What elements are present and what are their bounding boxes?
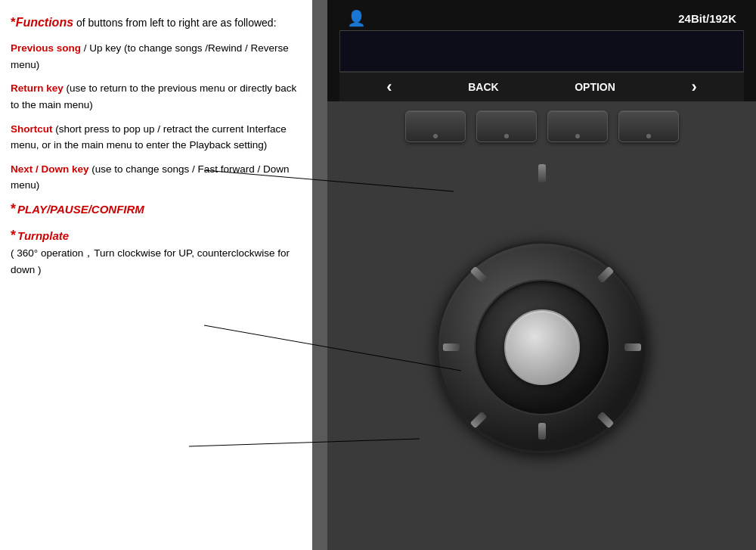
nav-back[interactable]: BACK (468, 81, 498, 93)
label-next-down: Next / Down key (11, 163, 89, 175)
notch-left (443, 343, 460, 351)
bit-rate: 24Bit/192K (678, 12, 736, 25)
screen-nav-bar: ‹ BACK OPTION › (339, 72, 744, 101)
functions-intro: *Functions of buttons from left to right… (11, 12, 302, 33)
label-previous-song: Previous song (11, 42, 81, 54)
main-wrapper: *Functions of buttons from left to right… (0, 0, 756, 550)
rotary-center-button[interactable] (504, 309, 580, 385)
nav-right-arrow[interactable]: › (691, 77, 696, 97)
turnplate-header: *Turnplate (11, 228, 302, 244)
play-pause-label: PLAY/PAUSE/CONFIRM (17, 203, 144, 216)
rotary-section (327, 151, 756, 550)
nav-left-arrow[interactable]: ‹ (386, 77, 392, 97)
asterisk-play: * (11, 201, 16, 217)
notch-bottom (538, 423, 546, 440)
desc-return-key: Return key (use to return to the previou… (11, 80, 302, 113)
label-shortcut: Shortcut (11, 123, 53, 135)
label-return-key: Return key (11, 82, 64, 94)
desc-previous-song: Previous song / Up key (to change songs … (11, 40, 302, 73)
asterisk-functions: * (11, 15, 16, 30)
notch-bottom-right (596, 411, 614, 428)
nav-option[interactable]: OPTION (575, 81, 615, 93)
rotary-inner-ring (474, 279, 610, 415)
asterisk-turnplate: * (11, 228, 16, 244)
notch-top (538, 164, 546, 182)
desc-shortcut: Shortcut (short press to pop up / retrac… (11, 121, 302, 154)
left-panel: *Functions of buttons from left to right… (0, 0, 312, 550)
turnplate-desc: ( 360° operation，Turn clockwise for UP, … (11, 245, 302, 278)
desc-shortcut-text: (short press to pop up / retract the cur… (11, 123, 287, 151)
turnplate-section: *Turnplate ( 360° operation，Turn clockwi… (11, 228, 302, 278)
hw-button-4[interactable] (618, 110, 679, 142)
screen-display (339, 30, 744, 72)
desc-next-down: Next / Down key (use to change songs / F… (11, 161, 302, 194)
notch-top-left (469, 266, 487, 283)
hw-button-3[interactable] (547, 110, 608, 142)
notch-top-right (596, 266, 614, 283)
hw-button-1[interactable] (405, 110, 466, 142)
hw-button-2[interactable] (476, 110, 537, 142)
notch-bottom-left (469, 411, 487, 428)
functions-intro-text: of buttons from left to right are as fol… (73, 17, 276, 29)
screen-area: 👤 24Bit/192K ‹ BACK OPTION › (327, 0, 756, 101)
rotary-outer-ring[interactable] (436, 241, 648, 453)
play-pause-section: *PLAY/PAUSE/CONFIRM (11, 201, 302, 217)
user-icon: 👤 (347, 9, 366, 27)
buttons-row (327, 101, 756, 151)
screen-top-bar: 👤 24Bit/192K (339, 6, 744, 30)
right-panel: 👤 24Bit/192K ‹ BACK OPTION › (312, 0, 756, 550)
turnplate-label: Turnplate (17, 229, 69, 242)
notch-right (624, 343, 641, 351)
functions-word: Functions (16, 16, 73, 29)
device: 👤 24Bit/192K ‹ BACK OPTION › (327, 0, 756, 550)
